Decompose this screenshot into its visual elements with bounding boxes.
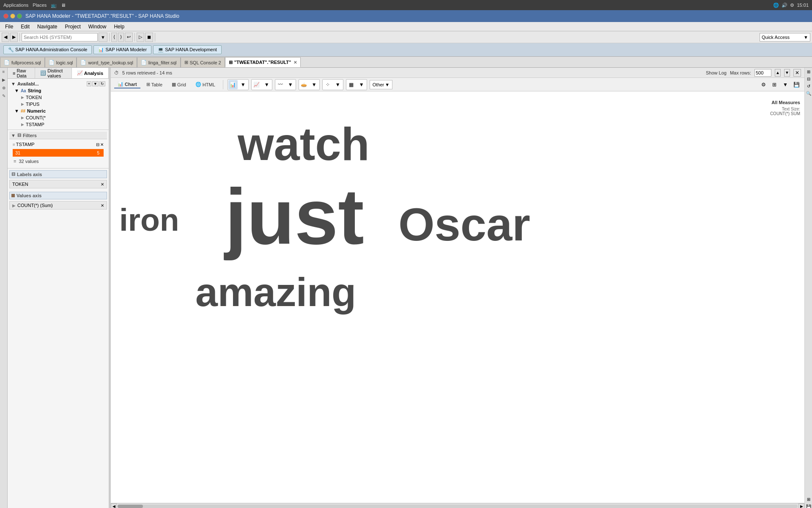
count-field[interactable]: ▶ COUNT(* bbox=[19, 114, 107, 121]
right-icon-2[interactable]: ⊟ bbox=[807, 77, 810, 81]
filter-sub-row: = 32 values bbox=[11, 158, 105, 165]
toolbar-action-2[interactable]: ▷ bbox=[137, 33, 144, 42]
token-field[interactable]: ▶ TOKEN bbox=[19, 94, 107, 101]
sub-tab-distinct[interactable]: 🔢 Distinct values bbox=[35, 68, 71, 78]
menu-navigate[interactable]: Navigate bbox=[34, 23, 60, 30]
admin-icon: 🔧 bbox=[8, 47, 14, 52]
menu-help[interactable]: Help bbox=[110, 23, 128, 30]
numeric-folder[interactable]: ▼ ## Numeric bbox=[13, 108, 107, 114]
labels-axis-token[interactable]: TOKEN ✕ bbox=[9, 180, 107, 188]
chart-tab-html[interactable]: 🌐 HTML bbox=[192, 81, 219, 88]
line-chart-dropdown[interactable]: ▼ bbox=[262, 80, 272, 89]
bar-chart-dropdown[interactable]: ▼ bbox=[239, 80, 248, 89]
grid-chart-dropdown[interactable]: ▼ bbox=[357, 80, 366, 89]
tab-sql-console[interactable]: ⊞ SQL Console 2 bbox=[181, 57, 225, 67]
tab-result[interactable]: ⊞ "TWEETADAT"."RESULT" ✕ bbox=[225, 57, 301, 67]
right-icon-3[interactable]: ↺ bbox=[807, 84, 810, 88]
chart-action-btn-3[interactable]: ▼ bbox=[781, 80, 790, 89]
available-refresh-btn[interactable]: ↻ bbox=[99, 81, 105, 86]
h-scrollbar[interactable]: ◀ ▶ bbox=[111, 503, 804, 508]
nav-icon-2[interactable]: ▶ bbox=[2, 77, 5, 82]
scroll-left-btn[interactable]: ◀ bbox=[111, 503, 117, 508]
right-icon-1[interactable]: ⊞ bbox=[807, 69, 810, 74]
values-axis-count[interactable]: ▶ COUNT(*) (Sum) ✕ bbox=[9, 201, 107, 210]
chart-action-btn-2[interactable]: ⊞ bbox=[770, 80, 779, 89]
menu-window[interactable]: Window bbox=[85, 23, 110, 30]
available-add-btn[interactable]: + bbox=[87, 81, 91, 86]
back-button[interactable]: ◀ bbox=[2, 33, 9, 42]
filter-value-item[interactable]: 31 5 bbox=[13, 149, 104, 157]
close-button[interactable] bbox=[3, 14, 8, 19]
scatter-chart-btn[interactable]: ⁘ bbox=[323, 80, 332, 89]
grid-chart-btn[interactable]: ▦ bbox=[347, 80, 356, 89]
numeric-expand-icon: ▼ bbox=[14, 108, 19, 113]
minimize-button[interactable] bbox=[10, 14, 15, 19]
labels-remove-icon[interactable]: ✕ bbox=[101, 182, 104, 187]
wave-chart-dropdown[interactable]: ▼ bbox=[286, 80, 295, 89]
menu-project[interactable]: Project bbox=[61, 23, 84, 30]
line-chart-btn[interactable]: 📈 bbox=[252, 80, 261, 89]
available-filter-btn[interactable]: ▼ bbox=[92, 81, 99, 86]
word-watch: watch bbox=[238, 117, 370, 171]
nav-icon-3[interactable]: ⊕ bbox=[2, 86, 5, 90]
toolbar-action-3[interactable]: ◼ bbox=[145, 33, 153, 42]
perspective-modeler[interactable]: 📊 SAP HANA Modeler bbox=[93, 45, 151, 54]
search-dropdown[interactable]: ▼ bbox=[99, 33, 107, 42]
string-folder[interactable]: ▼ Aa String bbox=[13, 87, 107, 94]
toolbar-nav-1[interactable]: ⟨ bbox=[111, 33, 117, 42]
tab-logic[interactable]: 📄 logic.sql bbox=[45, 57, 77, 67]
field-indent-icon-2: ▶ bbox=[21, 102, 24, 106]
toolbar-action-1[interactable]: ↩ bbox=[125, 33, 133, 42]
places-menu[interactable]: Places bbox=[33, 3, 47, 8]
close-results-btn[interactable]: ✕ bbox=[793, 69, 801, 77]
tstamp-field[interactable]: ▶ TSTAMP bbox=[19, 121, 107, 128]
field-indent-icon: ▶ bbox=[21, 95, 24, 99]
pie-chart-btn[interactable]: 🥧 bbox=[299, 80, 309, 89]
filter-collapse-icon[interactable]: ⊟ bbox=[96, 142, 99, 147]
perspective-admin[interactable]: 🔧 SAP HANA Administration Console bbox=[3, 45, 92, 54]
chart-tab-chart[interactable]: 📊 Chart bbox=[114, 80, 140, 88]
tab-word-type[interactable]: 📄 word_type_lookup.sql bbox=[77, 57, 137, 67]
scatter-chart-dropdown[interactable]: ▼ bbox=[333, 80, 343, 89]
max-rows-up[interactable]: ▲ bbox=[775, 69, 781, 77]
right-icon-4[interactable]: 🔍 bbox=[806, 91, 811, 96]
pie-chart-dropdown[interactable]: ▼ bbox=[310, 80, 319, 89]
grid-icon: ▦ bbox=[172, 82, 176, 87]
perspective-development[interactable]: 💻 SAP HANA Development bbox=[153, 45, 222, 54]
quick-access-input[interactable]: Quick Access ▼ bbox=[760, 33, 810, 41]
search-input[interactable] bbox=[22, 33, 98, 41]
nav-icon-4[interactable]: ✎ bbox=[2, 94, 5, 98]
filter-close-icon[interactable]: ✕ bbox=[100, 142, 104, 147]
tab-linga[interactable]: 📄 linga_filter.sql bbox=[137, 57, 181, 67]
forward-button[interactable]: ▶ bbox=[10, 33, 18, 42]
values-remove-icon[interactable]: ✕ bbox=[101, 203, 104, 208]
toolbar-sep-4 bbox=[155, 33, 155, 41]
scroll-thumb[interactable] bbox=[118, 505, 143, 508]
tab-close-icon[interactable]: ✕ bbox=[294, 60, 297, 65]
max-rows-input[interactable] bbox=[754, 69, 771, 77]
nav-icon-1[interactable]: ≡ bbox=[3, 69, 5, 74]
toolbar-nav-2[interactable]: ⟩ bbox=[118, 33, 124, 42]
menu-file[interactable]: File bbox=[2, 23, 16, 30]
chart-tab-table[interactable]: ⊞ Table bbox=[143, 81, 166, 88]
right-icon-5[interactable]: ⊞ bbox=[807, 497, 810, 502]
max-rows-down[interactable]: ▼ bbox=[784, 69, 790, 77]
applications-menu[interactable]: Applications bbox=[3, 3, 28, 8]
sub-tab-analysis[interactable]: 📈 Analysis bbox=[72, 68, 109, 78]
chart-action-btn-4[interactable]: 💾 bbox=[792, 80, 801, 89]
chart-tab-grid[interactable]: ▦ Grid bbox=[168, 81, 189, 88]
other-dropdown[interactable]: Other ▼ bbox=[370, 80, 392, 89]
sub-tab-raw[interactable]: ≡ Raw Data bbox=[8, 68, 35, 78]
bar-chart-btn[interactable]: 📊 bbox=[228, 80, 238, 89]
tipus-field[interactable]: ▶ TIPUS bbox=[19, 101, 107, 108]
wave-chart-btn[interactable]: 〰 bbox=[276, 80, 285, 89]
scroll-right-btn[interactable]: ▶ bbox=[798, 503, 804, 508]
maximize-button[interactable] bbox=[17, 14, 22, 19]
right-icon-6[interactable]: 💾 bbox=[806, 504, 811, 508]
tab-fullprocess[interactable]: 📄 fullprocess.sql bbox=[0, 57, 45, 67]
chart-action-btn-1[interactable]: ⚙ bbox=[759, 80, 768, 89]
sql-icon-5: ⊞ bbox=[184, 60, 188, 65]
filter-icon: ⊟ bbox=[17, 133, 21, 138]
menu-edit[interactable]: Edit bbox=[17, 23, 33, 30]
show-log-btn[interactable]: Show Log bbox=[706, 70, 727, 75]
